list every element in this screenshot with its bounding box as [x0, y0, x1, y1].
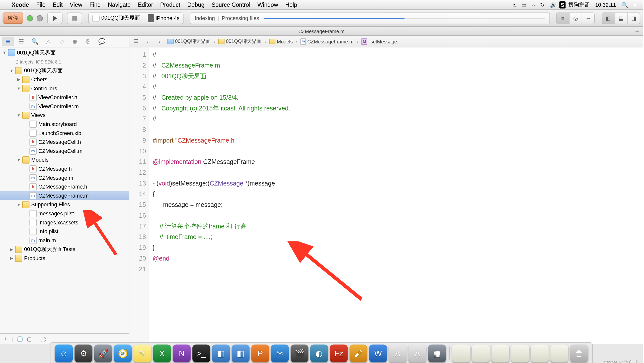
dock-doc4-icon[interactable]	[511, 344, 529, 362]
clock[interactable]: 10:32:11	[593, 2, 619, 8]
status-icon[interactable]: ⎋	[510, 2, 519, 8]
code-line[interactable]	[153, 146, 639, 156]
issue-navigator-icon[interactable]: △	[42, 37, 54, 46]
dock-filezilla-icon[interactable]: Fz	[330, 344, 348, 362]
code-line[interactable]: _message = message;	[153, 199, 639, 210]
code-line[interactable]: //	[153, 49, 639, 60]
tree-row[interactable]: ▼Views	[0, 111, 129, 120]
bottom-panel-icon[interactable]: ⬓	[615, 13, 627, 24]
right-panel-icon[interactable]: ◨	[627, 13, 640, 24]
code-line[interactable]: //_timeFrame = ....;	[153, 231, 639, 242]
disclosure-icon[interactable]: ▶	[9, 247, 14, 252]
code-line[interactable]	[153, 210, 639, 221]
filter-scm-icon[interactable]: ▢	[27, 336, 32, 342]
disclosure-icon[interactable]: ▼	[16, 158, 21, 162]
dock-doc6-icon[interactable]	[550, 344, 568, 362]
code-line[interactable]: @end	[153, 253, 639, 264]
menu-item[interactable]: Debug	[184, 1, 208, 8]
menu-item[interactable]: Source Control	[208, 1, 254, 8]
menu-item[interactable]: Window	[254, 1, 282, 8]
dock-movie-icon[interactable]: 🎬	[291, 344, 308, 362]
code-line[interactable]: - (void)setMessage:(CZMessage *)message	[153, 178, 639, 189]
filter-field-icon[interactable]: ◯	[40, 336, 46, 342]
related-items-icon[interactable]: ☰	[131, 37, 141, 46]
code-line[interactable]: // 计算每个控件的frame 和 行高	[153, 221, 639, 231]
debug-navigator-icon[interactable]: ▦	[69, 37, 81, 46]
dock-app3-icon[interactable]: ◐	[310, 344, 328, 362]
tree-row[interactable]: hViewController.h	[0, 93, 129, 102]
status-icon[interactable]: ▭	[519, 2, 529, 8]
menu-item[interactable]: Product	[157, 1, 184, 8]
standard-editor-icon[interactable]: ≡	[557, 13, 569, 24]
disclosure-icon[interactable]: ▼	[16, 113, 21, 117]
menu-item[interactable]: Editor	[134, 1, 157, 8]
tree-row[interactable]: mViewController.m	[0, 102, 129, 111]
left-panel-icon[interactable]: ◧	[602, 13, 615, 24]
dock-onenote-icon[interactable]: N	[173, 344, 191, 362]
menu-item[interactable]: Navigate	[104, 1, 134, 8]
disclosure-icon[interactable]: ▼	[2, 50, 7, 55]
ime-label[interactable]: 搜狗拼音	[566, 1, 593, 9]
tree-row[interactable]: Images.xcassets	[0, 218, 129, 227]
disclosure-icon[interactable]: ▼	[16, 86, 21, 91]
code-content[interactable]: //// CZMessageFrame.m// 001QQ聊天界面//// Cr…	[149, 47, 643, 344]
project-navigator-icon[interactable]: ▤	[2, 37, 14, 46]
menu-item[interactable]: File	[33, 1, 49, 8]
tree-row[interactable]: hCZMessage.h	[0, 164, 129, 173]
code-line[interactable]: #import "CZMessageFrame.h"	[153, 135, 639, 146]
run-button[interactable]	[47, 12, 63, 24]
menu-item[interactable]: View	[66, 1, 86, 8]
volume-icon[interactable]: 🔊	[547, 2, 559, 8]
forward-button[interactable]: ›	[154, 37, 164, 46]
dock-settings-icon[interactable]: ⚙	[74, 344, 92, 362]
dock-finder-icon[interactable]: ☺	[55, 344, 73, 362]
dock-app2-icon[interactable]: ◧	[232, 344, 250, 362]
jb-group[interactable]: 001QQ聊天界面	[226, 38, 261, 45]
dock-doc5-icon[interactable]	[531, 344, 548, 362]
disclosure-icon[interactable]: ▼	[16, 202, 21, 207]
dock-excel-icon[interactable]: X	[153, 344, 171, 362]
code-line[interactable]: //	[153, 113, 639, 124]
code-line[interactable]	[153, 167, 639, 178]
tree-row[interactable]: mCZMessageCell.m	[0, 147, 129, 156]
assistant-editor-icon[interactable]: ◎	[569, 13, 582, 24]
tree-row[interactable]: ▼001QQ聊天界面	[0, 48, 129, 57]
status-icon[interactable]: ⌁	[529, 2, 538, 8]
tree-row[interactable]: messages.plist	[0, 209, 129, 218]
code-line[interactable]: // Created by apple on 15/3/4.	[153, 92, 639, 103]
tree-row[interactable]: ▼Models	[0, 155, 129, 164]
tree-row[interactable]: ▼001QQ聊天界面	[0, 66, 129, 75]
editor-mode-segmented[interactable]: ≡ ◎ ↔	[556, 12, 595, 24]
jb-file[interactable]: CZMessageFrame.m	[307, 39, 353, 44]
dock-doc2-icon[interactable]	[472, 344, 490, 362]
add-button-icon[interactable]: ＋	[3, 335, 8, 343]
dock-trash-icon[interactable]: 🗑	[570, 344, 588, 362]
ime-icon[interactable]: S	[559, 1, 566, 8]
app-menu[interactable]: Xcode	[8, 1, 33, 8]
code-line[interactable]: }	[153, 242, 639, 253]
tree-row[interactable]: Main.storyboard	[0, 120, 129, 129]
menu-item[interactable]: Find	[86, 1, 104, 8]
code-line[interactable]: // CZMessageFrame.m	[153, 60, 639, 71]
code-line[interactable]	[153, 264, 639, 274]
jump-bar[interactable]: ☰ ‹ › 001QQ聊天界面 › 001QQ聊天界面 › Models › m…	[129, 36, 643, 47]
tree-row[interactable]: ▶Products	[0, 254, 129, 263]
dock-xcode1-icon[interactable]: A	[389, 344, 407, 362]
code-line[interactable]: {	[153, 189, 639, 199]
symbol-navigator-icon[interactable]: ☰	[15, 37, 28, 46]
stop-button[interactable]	[67, 12, 82, 24]
panel-visibility-segmented[interactable]: ◧ ⬓ ◨	[602, 12, 640, 24]
tree-row[interactable]: mmain.m	[0, 236, 129, 245]
dock-terminal-icon[interactable]: >_	[192, 344, 210, 362]
dock-safari-icon[interactable]: 🧭	[114, 344, 132, 362]
find-navigator-icon[interactable]: 🔍	[29, 37, 41, 46]
breakpoint-navigator-icon[interactable]: ⎘	[82, 37, 95, 46]
add-tab-button[interactable]: ＋	[634, 27, 640, 35]
tree-row[interactable]: ▼Supporting Files	[0, 200, 129, 209]
report-navigator-icon[interactable]: 💬	[96, 37, 108, 46]
dock-app1-icon[interactable]: ◧	[212, 344, 230, 362]
jb-method[interactable]: -setMessage:	[369, 39, 398, 44]
tree-row[interactable]: ▶Others	[0, 75, 129, 84]
dock-ppt-icon[interactable]: P	[251, 344, 269, 362]
test-navigator-icon[interactable]: ◇	[55, 37, 68, 46]
